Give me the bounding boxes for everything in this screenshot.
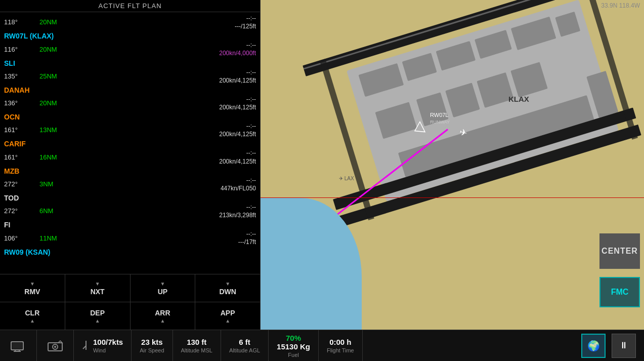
fp-speedalt-2: 200kn/4,000ft — [219, 49, 256, 57]
fp-speedalt-5: 200kn/4,125ft — [219, 130, 256, 138]
fp-time-5: --:-- — [219, 122, 256, 130]
fp-name-3: DANAH — [4, 86, 30, 95]
flight-time-status: 0:00 h Flight Time — [319, 330, 363, 361]
flight-time-label: Flight Time — [327, 347, 354, 353]
fp-name-2: SLI — [4, 59, 15, 68]
clr-arrow-icon — [30, 318, 35, 324]
svg-point-29 — [54, 346, 56, 348]
fp-heading-6: 161° — [4, 153, 29, 162]
fp-heading-5: 161° — [4, 126, 29, 135]
fp-time-6: --:-- — [219, 149, 256, 157]
fp-name-1: RW07L (KLAX) — [4, 31, 54, 41]
app-button[interactable]: APP — [195, 302, 260, 330]
svg-marker-27 — [58, 341, 62, 343]
left-button-area: RMV NXT UP DWN CLR — [0, 274, 260, 330]
up-label: UP — [158, 288, 167, 296]
device-icon[interactable] — [6, 334, 30, 358]
dwn-button[interactable]: DWN — [195, 274, 260, 302]
airspeed-value: 23 kts — [141, 338, 163, 346]
fp-time-7: --:-- — [221, 176, 256, 184]
fp-wp-1: RW07L (KLAX) — [4, 31, 256, 41]
status-bar: 100/7kts Wind 23 kts Air Speed 130 ft Al… — [0, 330, 644, 361]
coord-display: 33.9N 118.4W — [601, 2, 640, 9]
fp-dist-4: 20NM — [39, 99, 70, 108]
map-area[interactable]: 33.9N 118.4W — [261, 0, 644, 330]
flight-plan-list: 118° 20NM --:-- ---/125ft RW07L (KLAX) 1… — [0, 12, 260, 274]
lax-text: ✈ LAX — [339, 176, 354, 181]
fp-dist-7: 3NM — [39, 180, 70, 189]
flight-plan-header: ACTIVE FLT PLAN — [0, 0, 260, 12]
btn-row-1: RMV NXT UP DWN — [0, 274, 260, 302]
app-label: APP — [221, 309, 235, 317]
fp-dist-8: 6NM — [39, 207, 70, 216]
clr-label: CLR — [25, 309, 39, 317]
fp-time-9: --:-- — [238, 230, 256, 238]
fuel-label: Fuel — [288, 352, 298, 358]
fp-row-heading-9: 106° 11NM --:-- ---/17ft — [4, 230, 256, 246]
fp-wp-6: MZB — [4, 167, 256, 176]
fp-name-8: FI — [4, 220, 10, 230]
center-button[interactable]: CENTER — [599, 233, 640, 269]
clr-button[interactable]: CLR — [0, 302, 65, 330]
camera-icon-item — [37, 330, 74, 361]
fp-heading-3: 135° — [4, 72, 29, 81]
fp-dist-2: 20NM — [39, 45, 70, 54]
airspeed-status: 23 kts Air Speed — [132, 330, 173, 361]
camera-icon[interactable] — [43, 334, 67, 358]
dep-label: DEP — [90, 309, 105, 317]
fp-speedalt-3: 200kn/4,125ft — [219, 76, 256, 85]
wind-label: Wind — [93, 347, 123, 353]
alt-agl-status: 6 ft Altitude AGL — [221, 330, 269, 361]
wind-status: 100/7kts Wind — [74, 330, 132, 361]
alt-agl-label: Altitude AGL — [229, 347, 260, 353]
nxt-arrow-icon — [95, 281, 100, 287]
fp-row-heading-2: 116° 20NM --:-- 200kn/4,000ft — [4, 41, 256, 57]
fp-row-heading-6: 161° 16NM --:-- 200kn/4,125ft — [4, 149, 256, 165]
arr-arrow-icon — [160, 318, 165, 324]
up-button[interactable]: UP — [131, 274, 196, 302]
fp-speedalt-4: 200kn/4,125ft — [219, 103, 256, 111]
up-arrow-icon — [160, 281, 165, 287]
pause-button[interactable]: ⏸ — [612, 334, 636, 358]
fp-dist-1: 20NM — [39, 18, 70, 27]
arr-button[interactable]: ARR — [131, 302, 196, 330]
fp-row-heading-7: 272° 3NM --:-- 447kn/FL050 — [4, 176, 256, 192]
nxt-label: NXT — [91, 288, 105, 296]
fp-name-6: MZB — [4, 167, 19, 176]
app-arrow-icon — [225, 318, 230, 324]
fp-dist-6: 16NM — [39, 153, 70, 162]
fp-name-7: TOD — [4, 193, 19, 203]
svg-rect-25 — [12, 343, 22, 349]
fp-time-3: --:-- — [219, 68, 256, 76]
fuel-percent: 70% — [286, 334, 301, 342]
rmv-label: RMV — [24, 288, 40, 296]
fp-heading-4: 136° — [4, 99, 29, 108]
fp-row-heading-5: 161° 13NM --:-- 200kn/4,125ft — [4, 122, 256, 138]
rmv-button[interactable]: RMV — [0, 274, 65, 302]
fp-dist-3: 25NM — [39, 72, 70, 81]
fuel-status: 70% 15130 Kg Fuel — [269, 330, 319, 361]
fp-name-4: OCN — [4, 112, 20, 122]
fp-wp-2: SLI — [4, 59, 256, 68]
fmc-button[interactable]: FMC — [599, 277, 640, 307]
dep-arrow-icon — [95, 318, 100, 324]
fp-heading-1: 118° — [4, 18, 29, 27]
fp-heading-9: 106° — [4, 234, 29, 243]
fp-dist-5: 13NM — [39, 126, 70, 135]
fuel-kg: 15130 Kg — [277, 342, 310, 351]
fp-heading-8: 272° — [4, 207, 29, 216]
fp-time-8: --:-- — [219, 203, 256, 211]
runway-text: RUNWAY — [430, 119, 450, 125]
fp-wp-5: CARIF — [4, 139, 256, 149]
alt-msl-status: 130 ft Altitude MSL — [173, 330, 221, 361]
dep-button[interactable]: DEP — [65, 302, 131, 330]
arr-label: ARR — [155, 309, 170, 317]
fp-wp-9: RW09 (KSAN) — [4, 248, 256, 257]
fp-wp-3: DANAH — [4, 86, 256, 95]
fp-row-heading-8: 272° 6NM --:-- 213kn/3,298ft — [4, 203, 256, 219]
nxt-button[interactable]: NXT — [65, 274, 131, 302]
globe-button[interactable]: 🌍 — [581, 334, 606, 358]
fp-row-heading-1: 118° 20NM --:-- ---/125ft — [4, 14, 256, 30]
btn-row-2: CLR DEP ARR APP — [0, 302, 260, 330]
fp-row-heading-3: 135° 25NM --:-- 200kn/4,125ft — [4, 68, 256, 85]
